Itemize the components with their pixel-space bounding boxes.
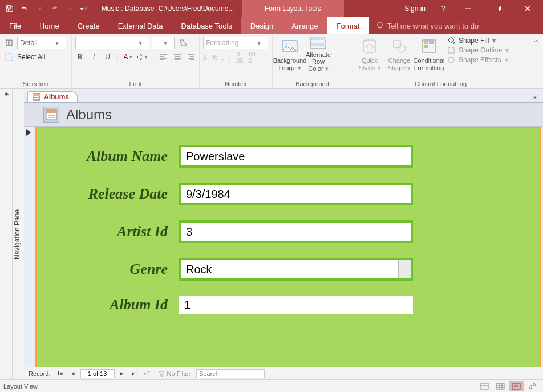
- undo-dropdown[interactable]: [34, 3, 44, 14]
- save-icon[interactable]: [5, 3, 15, 14]
- record-position-input[interactable]: [80, 369, 115, 378]
- tab-database-tools[interactable]: Database Tools: [172, 17, 241, 34]
- number-format-combo[interactable]: Formatting▾: [203, 37, 268, 49]
- new-record-button[interactable]: ▸*: [142, 369, 152, 379]
- field-artist-id[interactable]: [181, 223, 411, 241]
- tab-create[interactable]: Create: [68, 17, 109, 34]
- bucket-icon: [447, 37, 455, 45]
- shape-effects-button[interactable]: Shape Effects▾: [447, 56, 513, 64]
- select-object-icon[interactable]: [3, 37, 15, 49]
- minimize-button[interactable]: [455, 0, 481, 17]
- collapse-ribbon-button[interactable]: [529, 34, 543, 88]
- group-control-formatting: Quick Styles ▾ Change Shape ▾ Conditiona…: [352, 34, 529, 88]
- customize-qat[interactable]: ▾: [79, 3, 89, 14]
- filter-status-label: No Filter: [167, 370, 191, 377]
- navpane-expand-button[interactable]: [0, 89, 13, 379]
- select-all-button[interactable]: Select All: [17, 53, 45, 61]
- field-album-name[interactable]: [181, 147, 411, 165]
- select-all-icon[interactable]: [3, 51, 15, 63]
- redo-dropdown[interactable]: [64, 3, 74, 14]
- label-album-name[interactable]: Album Name: [54, 148, 179, 165]
- svg-rect-25: [311, 37, 326, 40]
- format-painter-icon[interactable]: [177, 37, 188, 49]
- last-record-button[interactable]: ▸I: [129, 369, 140, 379]
- tab-home[interactable]: Home: [30, 17, 68, 34]
- tab-design[interactable]: Design: [241, 17, 282, 34]
- font-size-combo[interactable]: ▾: [152, 37, 175, 49]
- help-icon[interactable]: ?: [435, 0, 452, 17]
- font-name-combo[interactable]: ▾: [75, 37, 149, 49]
- close-tab-button[interactable]: ×: [527, 93, 543, 102]
- change-shape-button[interactable]: Change Shape ▾: [386, 37, 413, 72]
- underline-icon[interactable]: U: [103, 51, 112, 63]
- form-layout-canvas: Albums Album Name Release Date Artist Id: [24, 103, 543, 367]
- background-image-button[interactable]: Background Image ▾: [276, 37, 303, 72]
- align-left-icon[interactable]: [159, 51, 168, 63]
- label-album-id[interactable]: Album Id: [54, 296, 179, 313]
- bold-icon[interactable]: B: [75, 51, 84, 63]
- record-search-input[interactable]: [196, 369, 265, 378]
- group-font: ▾ ▾ B I U | A | Font: [72, 34, 200, 88]
- conditional-formatting-label: Conditional Formatting: [413, 57, 444, 71]
- shape-fill-label: Shape Fill: [459, 37, 489, 45]
- tab-arrange[interactable]: Arrange: [282, 17, 327, 34]
- align-right-icon[interactable]: [187, 51, 196, 63]
- image-icon: [281, 37, 299, 55]
- currency-icon[interactable]: $: [203, 54, 207, 62]
- form-logo-icon[interactable]: [43, 107, 59, 123]
- tab-format[interactable]: Format: [327, 17, 369, 34]
- first-record-button[interactable]: I◂: [55, 369, 66, 379]
- object-selector[interactable]: Detail▾: [17, 37, 66, 49]
- record-selector-bar[interactable]: [24, 127, 35, 367]
- decrease-decimals-icon[interactable]: .00.0: [248, 51, 256, 64]
- alternate-row-color-button[interactable]: Alternate Row Color ▾: [305, 37, 332, 72]
- close-button[interactable]: [514, 0, 541, 17]
- label-artist-id[interactable]: Artist Id: [54, 223, 179, 240]
- svg-point-29: [398, 45, 406, 52]
- form-title[interactable]: Albums: [66, 107, 112, 123]
- next-record-button[interactable]: ▸: [117, 369, 127, 379]
- genre-dropdown-button[interactable]: [398, 260, 411, 278]
- label-release-date[interactable]: Release Date: [54, 185, 179, 203]
- align-center-icon[interactable]: [173, 51, 182, 63]
- sign-in-link[interactable]: Sign in: [399, 5, 431, 13]
- navigation-pane-collapsed[interactable]: Navigation Pane: [13, 89, 24, 379]
- contextual-tab-title: Form Layout Tools: [242, 0, 344, 17]
- filter-indicator[interactable]: No Filter: [155, 370, 194, 377]
- form-detail-section[interactable]: Album Name Release Date Artist Id Genre: [35, 127, 541, 367]
- tell-me-search[interactable]: Tell me what you want to do: [369, 17, 485, 34]
- design-view-button[interactable]: [525, 381, 540, 391]
- svg-rect-8: [6, 54, 13, 60]
- conditional-formatting-button[interactable]: Conditional Formatting: [415, 37, 443, 72]
- percent-icon[interactable]: %: [212, 54, 218, 62]
- increase-decimals-icon[interactable]: .0.00: [235, 51, 243, 64]
- document-area: Navigation Pane Albums × Albums Album Na…: [0, 89, 543, 379]
- svg-rect-28: [394, 41, 400, 47]
- field-release-date[interactable]: [181, 185, 411, 203]
- comma-icon[interactable]: ,: [222, 54, 224, 62]
- redo-icon[interactable]: [49, 3, 59, 14]
- undo-icon[interactable]: [19, 3, 30, 14]
- quick-styles-button[interactable]: Quick Styles ▾: [356, 37, 383, 72]
- field-album-id[interactable]: [179, 296, 413, 314]
- tab-external-data[interactable]: External Data: [109, 17, 172, 34]
- font-color-icon[interactable]: A: [123, 51, 132, 63]
- record-navigation-bar: Record: I◂ ◂ ▸ ▸I ▸* No Filter: [24, 367, 543, 379]
- italic-icon[interactable]: I: [89, 51, 98, 63]
- shape-outline-button[interactable]: Shape Outline▾: [447, 46, 513, 54]
- ribbon-tabs: File Home Create External Data Database …: [0, 17, 543, 34]
- tab-file[interactable]: File: [0, 17, 30, 34]
- document-tab-albums[interactable]: Albums: [27, 91, 78, 102]
- datasheet-view-button[interactable]: [493, 381, 508, 391]
- restore-button[interactable]: [485, 0, 511, 17]
- fill-color-icon[interactable]: [137, 51, 148, 63]
- document-tabs: Albums ×: [24, 89, 543, 103]
- field-genre[interactable]: [181, 260, 398, 278]
- shape-fill-button[interactable]: Shape Fill▾: [447, 37, 513, 45]
- background-image-label: Background Image: [273, 57, 307, 71]
- label-genre[interactable]: Genre: [54, 261, 179, 278]
- svg-point-36: [448, 57, 454, 63]
- previous-record-button[interactable]: ◂: [68, 369, 78, 379]
- layout-view-button[interactable]: [509, 381, 524, 391]
- form-view-button[interactable]: [477, 381, 492, 391]
